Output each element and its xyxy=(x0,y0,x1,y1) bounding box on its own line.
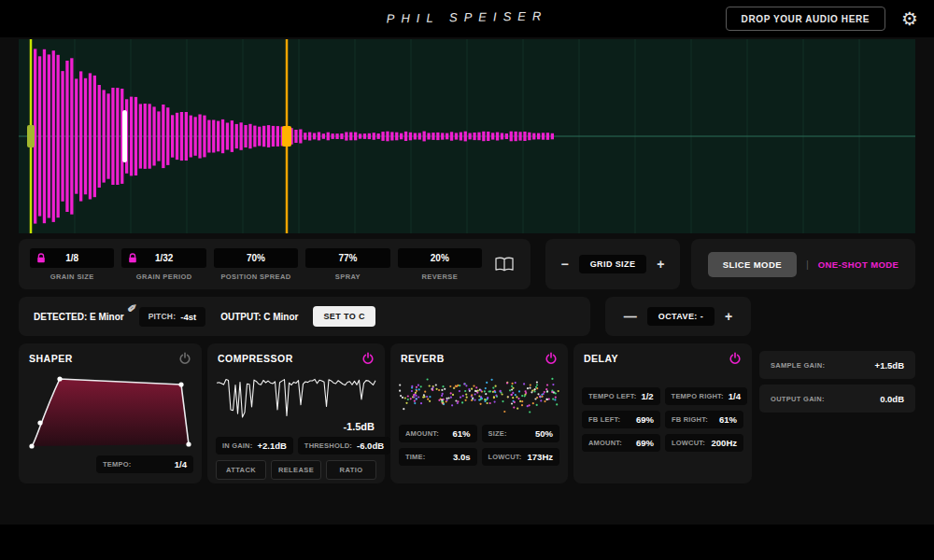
reverb-size-label: SIZE: xyxy=(488,429,507,438)
octave-label: OCTAVE: - xyxy=(647,307,715,326)
reverb-lowcut-label: LOWCUT: xyxy=(488,453,522,461)
param-label: POSITION SPREAD xyxy=(210,273,302,281)
param-label: SPRAY xyxy=(302,273,393,281)
detected-key: DETECTED: E Minor ✎ xyxy=(34,312,124,322)
compressor-power-icon[interactable] xyxy=(361,352,375,365)
release-button[interactable]: RELEASE xyxy=(271,460,321,480)
top-bar: PHIL SPEISER DROP YOUR AUDIO HERE ⚙ xyxy=(0,0,934,37)
delay-tempo-left-label: TEMPO LEFT: xyxy=(588,392,636,400)
param-spray[interactable]: 77% SPRAY xyxy=(302,248,393,281)
delay-lowcut-value: 200Hz xyxy=(712,438,737,448)
delay-fb-right-value: 61% xyxy=(719,414,737,425)
delay-tempo-right-value: 1/4 xyxy=(729,391,741,401)
sample-gain-field[interactable]: SAMPLE GAIN: +1.5dB xyxy=(759,351,915,379)
grid-size-decrease-button[interactable]: − xyxy=(555,257,575,272)
delay-amount-field[interactable]: AMOUNT: 69% xyxy=(582,434,660,452)
threshold-field[interactable]: THRESHOLD: -6.0dB xyxy=(298,437,390,455)
param-value-box: 20% xyxy=(398,248,482,268)
in-gain-label: IN GAIN: xyxy=(222,441,252,450)
lock-icon[interactable] xyxy=(36,253,46,263)
one-shot-mode-button[interactable]: ONE-SHOT MODE xyxy=(818,259,899,270)
shaper-title: SHAPER xyxy=(29,353,73,364)
delay-tempo-right-field[interactable]: TEMPO RIGHT: 1/4 xyxy=(665,387,747,405)
param-grain-size[interactable]: 1/8 GRAIN SIZE xyxy=(26,248,118,281)
reverb-amount-field[interactable]: AMOUNT: 61% xyxy=(399,425,477,442)
delay-power-icon[interactable] xyxy=(729,352,742,365)
output-gain-value: 0.0dB xyxy=(880,394,904,404)
param-label: GRAIN SIZE xyxy=(26,273,118,281)
delay-amount-value: 69% xyxy=(636,438,654,448)
shaper-panel: SHAPER TEMPO: 1/4 xyxy=(19,343,202,483)
delay-fb-right-field[interactable]: FB RIGHT: 61% xyxy=(665,411,743,428)
detected-label: DETECTED: xyxy=(34,312,87,322)
grain-params-panel: 1/8 GRAIN SIZE 1/32 GRAIN PERIOD 70% POS… xyxy=(19,239,531,289)
delay-fb-left-field[interactable]: FB LEFT: 69% xyxy=(582,411,660,428)
output-label: OUTPUT: xyxy=(220,312,261,322)
param-value-box: 77% xyxy=(305,248,389,268)
reverb-amount-value: 61% xyxy=(452,428,470,439)
reverb-lowcut-field[interactable]: LOWCUT: 173Hz xyxy=(482,448,560,466)
delay-fb-left-label: FB LEFT: xyxy=(588,415,620,424)
settings-gear-icon[interactable]: ⚙ xyxy=(897,6,923,32)
delay-title: DELAY xyxy=(584,353,618,364)
delay-fb-left-value: 69% xyxy=(636,414,654,425)
slice-start-handle[interactable] xyxy=(27,125,35,147)
reverb-time-value: 3.0s xyxy=(453,452,471,462)
output-gain-field[interactable]: OUTPUT GAIN: 0.0dB xyxy=(759,385,915,413)
waveform-display[interactable] xyxy=(19,39,915,233)
compressor-reduction-graph xyxy=(216,371,376,419)
octave-increase-button[interactable]: + xyxy=(718,309,739,324)
param-reverse[interactable]: 20% REVERSE xyxy=(394,248,486,281)
reverb-panel: REVERB AMOUNT: 61% SIZE: 50% TIME: 3.0s … xyxy=(390,343,568,483)
shaper-tempo-value: 1/4 xyxy=(175,459,187,469)
output-value: C Minor xyxy=(263,312,298,322)
reverb-size-value: 50% xyxy=(535,428,553,439)
delay-tempo-left-field[interactable]: TEMPO LEFT: 1/2 xyxy=(582,387,660,405)
param-value-box: 1/32 xyxy=(121,248,205,268)
shaper-header: SHAPER xyxy=(27,351,193,365)
mode-switch-panel: SLICE MODE | ONE-SHOT MODE xyxy=(691,239,915,289)
reverb-size-field[interactable]: SIZE: 50% xyxy=(482,425,560,442)
grid-size-increase-button[interactable]: + xyxy=(650,257,671,272)
shaper-tempo-label: TEMPO: xyxy=(103,460,131,469)
in-gain-field[interactable]: IN GAIN: +2.1dB xyxy=(216,437,293,455)
param-position-spread[interactable]: 70% POSITION SPREAD xyxy=(210,248,302,281)
shaper-envelope-graph[interactable] xyxy=(27,370,193,450)
pitch-label: PITCH: xyxy=(149,312,177,321)
drop-audio-button[interactable]: DROP YOUR AUDIO HERE xyxy=(726,7,885,31)
param-grain-period[interactable]: 1/32 GRAIN PERIOD xyxy=(118,248,209,281)
reverb-header: REVERB xyxy=(399,351,559,365)
pitch-value: -4st xyxy=(180,312,196,322)
delay-header: DELAY xyxy=(582,351,743,365)
slice-mode-button[interactable]: SLICE MODE xyxy=(708,252,797,277)
sample-gain-value: +1.5dB xyxy=(875,360,904,371)
delay-lowcut-field[interactable]: LOWCUT: 200Hz xyxy=(665,434,743,452)
in-gain-value: +2.1dB xyxy=(257,441,286,451)
octave-decrease-button[interactable]: — xyxy=(617,309,644,324)
reverb-time-field[interactable]: TIME: 3.0s xyxy=(399,448,477,466)
compressor-panel: COMPRESSOR -1.5dB IN GAIN: +2.1dB THRESH… xyxy=(207,343,385,483)
playhead xyxy=(122,110,127,162)
manual-book-icon[interactable] xyxy=(486,257,523,273)
delay-tempo-right-label: TEMPO RIGHT: xyxy=(672,392,724,400)
shaper-tempo-field[interactable]: TEMPO: 1/4 xyxy=(96,455,193,473)
slice-end-handle[interactable] xyxy=(282,126,291,147)
param-value-box: 1/8 xyxy=(30,248,114,268)
lock-icon[interactable] xyxy=(128,253,137,263)
pitch-field[interactable]: PITCH: -4st xyxy=(139,307,205,327)
set-to-c-button[interactable]: SET TO C xyxy=(313,306,375,327)
delay-tempo-left-value: 1/2 xyxy=(641,391,653,401)
compressor-title: COMPRESSOR xyxy=(218,353,293,364)
delay-fb-right-label: FB RIGHT: xyxy=(672,415,708,424)
output-gain-label: OUTPUT GAIN: xyxy=(771,395,825,403)
shaper-power-icon[interactable] xyxy=(178,352,191,365)
attack-button[interactable]: ATTACK xyxy=(216,460,266,480)
ratio-button[interactable]: RATIO xyxy=(326,460,376,480)
edit-pencil-icon[interactable]: ✎ xyxy=(125,302,139,313)
plugin-window: PHIL SPEISER DROP YOUR AUDIO HERE ⚙ 1/8 … xyxy=(0,0,934,560)
reverb-power-icon[interactable] xyxy=(545,352,558,365)
waveform-graphic xyxy=(19,39,915,233)
delay-amount-label: AMOUNT: xyxy=(588,439,622,447)
reverb-lowcut-value: 173Hz xyxy=(528,452,553,462)
reverb-title: REVERB xyxy=(401,353,445,364)
